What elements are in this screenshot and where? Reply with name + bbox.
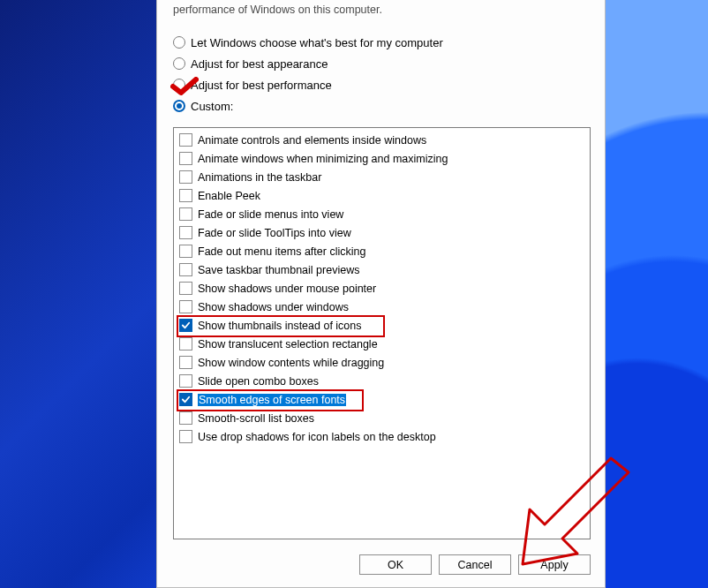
checkbox-icon bbox=[179, 207, 192, 221]
option-item-16[interactable]: Use drop shadows for icon labels on the … bbox=[176, 427, 588, 446]
option-label: Show thumbnails instead of icons bbox=[198, 320, 362, 332]
option-label: Show translucent selection rectangle bbox=[198, 338, 378, 351]
ok-button[interactable]: OK bbox=[359, 554, 432, 575]
visual-effects-radio-group: Let Windows choose what's best for my co… bbox=[173, 32, 591, 117]
option-item-11[interactable]: Show translucent selection rectangle bbox=[176, 335, 588, 353]
checkbox-icon bbox=[179, 411, 192, 425]
option-label: Show shadows under windows bbox=[198, 301, 349, 313]
option-label: Smooth edges of screen fonts bbox=[198, 394, 346, 406]
option-label: Use drop shadows for icon labels on the … bbox=[198, 431, 436, 443]
radio-option-0[interactable]: Let Windows choose what's best for my co… bbox=[173, 32, 591, 53]
checkbox-icon bbox=[179, 300, 192, 313]
radio-label: Adjust for best appearance bbox=[191, 57, 328, 71]
checkbox-icon bbox=[179, 374, 192, 388]
option-label: Animations in the taskbar bbox=[198, 171, 321, 184]
checkbox-icon bbox=[179, 245, 192, 258]
cancel-button[interactable]: Cancel bbox=[439, 554, 511, 575]
option-item-4[interactable]: Fade or slide menus into view bbox=[176, 205, 588, 223]
option-label: Show window contents while dragging bbox=[198, 357, 384, 369]
option-label: Enable Peek bbox=[198, 190, 260, 202]
radio-label: Adjust for best performance bbox=[191, 79, 332, 92]
option-item-6[interactable]: Fade out menu items after clicking bbox=[176, 242, 588, 260]
checkbox-icon bbox=[179, 337, 192, 351]
option-item-15[interactable]: Smooth-scroll list boxes bbox=[176, 409, 588, 427]
option-item-1[interactable]: Animate windows when minimizing and maxi… bbox=[176, 149, 588, 168]
option-item-9[interactable]: Show shadows under windows bbox=[176, 298, 588, 316]
checkbox-icon bbox=[179, 430, 192, 443]
option-label: Show shadows under mouse pointer bbox=[198, 283, 376, 295]
checkbox-icon bbox=[179, 393, 192, 406]
checkbox-icon bbox=[179, 319, 192, 332]
apply-button[interactable]: Apply bbox=[518, 554, 591, 575]
radio-label: Custom: bbox=[191, 100, 233, 113]
checkbox-icon bbox=[179, 170, 192, 184]
option-label: Smooth-scroll list boxes bbox=[198, 412, 314, 425]
option-item-2[interactable]: Animations in the taskbar bbox=[176, 168, 588, 186]
option-label: Fade out menu items after clicking bbox=[198, 245, 365, 258]
option-item-10[interactable]: Show thumbnails instead of icons bbox=[176, 316, 588, 335]
checkbox-icon bbox=[179, 133, 192, 147]
option-item-0[interactable]: Animate controls and elements inside win… bbox=[176, 131, 588, 149]
radio-icon bbox=[173, 79, 185, 91]
dialog-button-row: OK Cancel Apply bbox=[173, 554, 591, 575]
option-item-5[interactable]: Fade or slide ToolTips into view bbox=[176, 223, 588, 242]
option-item-8[interactable]: Show shadows under mouse pointer bbox=[176, 279, 588, 298]
radio-icon bbox=[173, 36, 185, 49]
option-item-7[interactable]: Save taskbar thumbnail previews bbox=[176, 260, 588, 279]
option-label: Slide open combo boxes bbox=[198, 375, 319, 388]
radio-option-1[interactable]: Adjust for best appearance bbox=[173, 53, 591, 74]
checkbox-icon bbox=[179, 226, 192, 239]
checkbox-icon bbox=[179, 189, 192, 202]
performance-options-dialog: performance of Windows on this computer.… bbox=[156, 0, 606, 588]
checkbox-icon bbox=[179, 282, 192, 295]
radio-icon bbox=[173, 100, 185, 112]
description-text: performance of Windows on this computer. bbox=[173, 4, 591, 16]
option-label: Animate controls and elements inside win… bbox=[198, 134, 426, 147]
checkbox-icon bbox=[179, 356, 192, 369]
option-item-12[interactable]: Show window contents while dragging bbox=[176, 353, 588, 372]
option-label: Save taskbar thumbnail previews bbox=[198, 264, 359, 276]
option-item-13[interactable]: Slide open combo boxes bbox=[176, 372, 588, 390]
checkbox-icon bbox=[179, 152, 192, 165]
radio-label: Let Windows choose what's best for my co… bbox=[191, 36, 443, 49]
option-label: Fade or slide ToolTips into view bbox=[198, 227, 351, 239]
option-item-3[interactable]: Enable Peek bbox=[176, 186, 588, 205]
radio-option-3[interactable]: Custom: bbox=[173, 95, 591, 117]
radio-option-2[interactable]: Adjust for best performance bbox=[173, 74, 591, 95]
option-label: Fade or slide menus into view bbox=[198, 208, 343, 221]
option-label: Animate windows when minimizing and maxi… bbox=[198, 153, 448, 165]
checkbox-icon bbox=[179, 263, 192, 276]
option-item-14[interactable]: Smooth edges of screen fonts bbox=[176, 390, 588, 409]
radio-icon bbox=[173, 57, 185, 70]
visual-effects-listbox[interactable]: Animate controls and elements inside win… bbox=[173, 127, 591, 539]
